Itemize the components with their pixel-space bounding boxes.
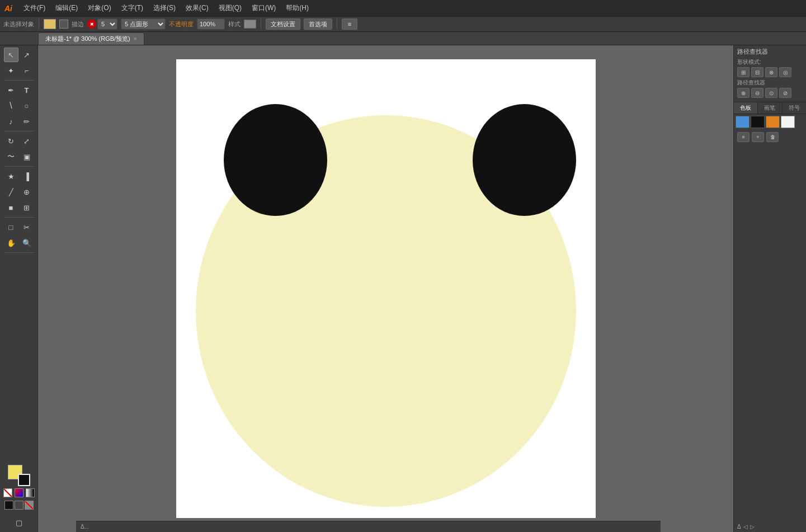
toolbar-divider — [39, 18, 39, 30]
pathfinder-unite-button[interactable]: ⊕ — [737, 88, 750, 98]
shape-modes-label: 形状模式: — [737, 58, 803, 66]
type-tool[interactable]: T — [20, 83, 34, 97]
tab-symbols[interactable]: 符号 — [783, 102, 806, 114]
tool-row-6: ↻ ⤢ — [4, 134, 34, 148]
menu-bar: 文件(F) 编辑(E) 对象(O) 文字(T) 选择(S) 效果(C) 视图(Q… — [19, 2, 802, 14]
coords-forward-button[interactable]: ▷ — [750, 524, 755, 530]
menu-file[interactable]: 文件(F) — [19, 2, 50, 14]
color-icon[interactable] — [15, 488, 23, 497]
fill-color-swatch[interactable] — [44, 19, 56, 29]
document-tab[interactable]: 未标题-1* @ 300% (RGB/预览) × — [38, 32, 144, 45]
ellipse-tool[interactable]: ○ — [20, 98, 34, 113]
swatch-white[interactable] — [781, 116, 795, 128]
menu-type[interactable]: 文字(T) — [117, 2, 148, 14]
selection-tool[interactable]: ↖ — [4, 48, 18, 62]
canvas-area[interactable]: Δ... — [38, 45, 733, 532]
preferences-button[interactable]: 首选项 — [304, 18, 332, 30]
stroke-swatch[interactable] — [18, 474, 30, 486]
paintbrush-tool[interactable]: ♪ — [4, 114, 18, 129]
menu-object[interactable]: 对象(O) — [83, 2, 115, 14]
pathfinder-exclude-button[interactable]: ⊘ — [779, 88, 791, 98]
arrange-button[interactable]: ≡ — [342, 18, 357, 30]
line-tool[interactable]: \ — [4, 98, 18, 113]
menu-effect[interactable]: 效果(C) — [181, 2, 213, 14]
shape-select[interactable]: 5 点圆形 — [121, 18, 166, 30]
chart-tool[interactable]: ▐ — [20, 169, 34, 183]
tab-swatches[interactable]: 色板 — [734, 102, 758, 114]
scale-tool[interactable]: ⤢ — [20, 134, 34, 148]
swatch-orange[interactable] — [766, 116, 780, 128]
tool-row-12: ✋ 🔍 — [4, 236, 34, 250]
tool-row-10: ■ ⊞ — [4, 200, 34, 215]
coords-back-button[interactable]: ◁ — [743, 524, 748, 530]
shape-exclude-button[interactable]: ◎ — [779, 67, 791, 77]
pathfinder-label: 路径查找器 — [737, 79, 803, 87]
shape-intersect-button[interactable]: ⊗ — [765, 67, 777, 77]
status-info: Δ... — [81, 524, 89, 530]
stroke-width-select[interactable]: 5 — [97, 18, 117, 30]
style-label: 样式 — [228, 20, 241, 29]
zoom-tool[interactable]: 🔍 — [20, 236, 34, 250]
stroke-color-swatch[interactable] — [59, 20, 68, 29]
panel-menu-icon[interactable]: ≡ — [737, 132, 750, 142]
tool-row-7: 〜 ▣ — [4, 149, 34, 164]
menu-edit[interactable]: 编辑(E) — [51, 2, 82, 14]
swatch-black[interactable] — [751, 116, 765, 128]
frog-eye-left[interactable] — [224, 104, 327, 216]
warp-tool[interactable]: 〜 — [4, 149, 18, 164]
free-transform-tool[interactable]: ▣ — [20, 149, 34, 164]
artboard-tool[interactable]: □ — [4, 220, 18, 234]
slice-tool[interactable]: ✂ — [20, 220, 34, 234]
panel-delete-icon[interactable]: 🗑 — [766, 132, 779, 142]
eyedropper-tool[interactable]: ╱ — [4, 185, 18, 199]
divider-2 — [261, 18, 261, 30]
shape-subtract-button[interactable]: ⊟ — [751, 67, 763, 77]
gradient-tool[interactable]: ■ — [4, 200, 18, 215]
pen-tool[interactable]: ✒ — [4, 83, 18, 97]
magic-wand-tool[interactable]: ✦ — [4, 63, 18, 78]
lasso-tool[interactable]: ⌐ — [20, 63, 34, 78]
frog-face-illustration — [187, 70, 585, 507]
tab-brushes[interactable]: 画笔 — [758, 102, 782, 114]
no-selection-label: 未选择对象 — [3, 20, 34, 29]
opacity-input[interactable] — [197, 18, 225, 30]
swatches-area — [734, 114, 806, 130]
gradient-icon[interactable] — [26, 488, 35, 497]
app-logo: Ai — [4, 4, 12, 13]
tool-sep-1 — [4, 80, 34, 81]
rotate-tool[interactable]: ↻ — [4, 134, 18, 148]
menu-select[interactable]: 选择(S) — [149, 2, 180, 14]
swatch-blue[interactable] — [736, 116, 750, 128]
menu-view[interactable]: 视图(Q) — [214, 2, 246, 14]
pencil-tool[interactable]: ✏ — [20, 114, 34, 129]
symbol-sprayer-tool[interactable]: ★ — [4, 169, 18, 183]
menu-help[interactable]: 帮助(H) — [281, 2, 313, 14]
hand-tool[interactable]: ✋ — [4, 236, 18, 250]
tool-row-2: ✦ ⌐ — [4, 63, 34, 78]
divider-3 — [337, 18, 337, 30]
tool-row-11: □ ✂ — [4, 220, 34, 234]
pathfinder-intersect-button[interactable]: ⊙ — [765, 88, 777, 98]
menu-window[interactable]: 窗口(W) — [247, 2, 280, 14]
right-panel: 路径查找器 形状模式: ⊞ ⊟ ⊗ ◎ 路径查找器 ⊕ ⊖ ⊙ ⊘ 色板 画笔 … — [733, 45, 806, 532]
pathfinder-title: 路径查找器 — [737, 48, 803, 56]
panel-add-icon[interactable]: + — [752, 132, 764, 142]
pathfinder-minus-button[interactable]: ⊖ — [751, 88, 763, 98]
mesh-tool[interactable]: ⊞ — [20, 200, 34, 215]
tool-sep-2 — [4, 131, 34, 131]
frog-eye-right[interactable] — [473, 104, 576, 216]
tool-sep-4 — [4, 217, 34, 218]
shape-mode-buttons: ⊞ ⊟ ⊗ ◎ — [737, 67, 803, 77]
style-swatch[interactable] — [244, 20, 256, 29]
stroke-color — [19, 475, 29, 485]
layer-indicator-3 — [25, 501, 34, 510]
stroke-icon: ✖ — [87, 20, 96, 29]
blend-tool[interactable]: ⊕ — [20, 185, 34, 199]
canvas-view-tool[interactable]: ▢ — [4, 515, 34, 530]
tab-close-button[interactable]: × — [134, 36, 137, 42]
direct-selection-tool[interactable]: ↗ — [20, 48, 34, 62]
doc-settings-button[interactable]: 文档设置 — [266, 18, 300, 30]
none-color-icon[interactable] — [3, 488, 12, 497]
shape-add-button[interactable]: ⊞ — [737, 67, 750, 77]
layer-indicator — [4, 501, 13, 510]
